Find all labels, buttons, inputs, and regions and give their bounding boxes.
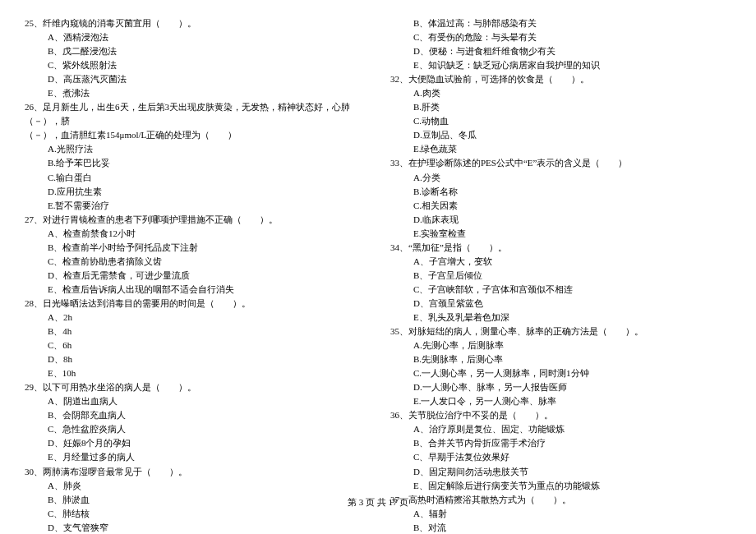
q26-opt-a: A.光照疗法 xyxy=(25,142,366,156)
q32-opt-b: B.肝类 xyxy=(390,100,731,114)
q35-stem: 35、对脉短绌的病人，测量心率、脉率的正确方法是（ ）。 xyxy=(390,325,731,338)
q36-opt-e: E、固定解除后进行病变关节为重点的功能锻炼 xyxy=(390,479,731,493)
q29-opt-a: A、阴道出血病人 xyxy=(25,394,366,408)
q29-opt-e: E、月经量过多的病人 xyxy=(25,450,366,464)
q31-opt-e: E、知识缺乏：缺乏冠心病居家自我护理的知识 xyxy=(390,58,731,72)
q35-opt-b: B.先测脉率，后测心率 xyxy=(390,352,731,366)
right-column: B、体温过高：与肺部感染有关 C、有受伤的危险：与头晕有关 D、便秘：与进食粗纤… xyxy=(378,16,731,485)
left-column: 25、纤维内窥镜的消毒灭菌宜用（ ）。 A、酒精浸泡法 B、戊二醛浸泡法 C、紫… xyxy=(25,16,378,485)
question-28: 28、日光曝晒法达到消毒目的需要用的时间是（ ）。 A、2h B、4h C、6h… xyxy=(25,297,366,380)
q27-opt-c: C、检查前协助患者摘除义齿 xyxy=(25,255,366,269)
q32-opt-c: C.动物血 xyxy=(390,114,731,128)
q26-opt-e: E.暂不需要治疗 xyxy=(25,199,366,213)
q35-opt-e: E.一人发口令，另一人测心率、脉率 xyxy=(390,394,731,408)
q37-stem: 37、高热时酒精擦浴其散热方式为（ ）。 xyxy=(390,493,731,507)
q30-opt-b: B、肺淤血 xyxy=(25,493,366,507)
q36-opt-b: B、合并关节内骨折应需手术治疗 xyxy=(390,436,731,450)
q36-opt-c: C、早期手法复位效果好 xyxy=(390,450,731,464)
q28-opt-b: B、4h xyxy=(25,325,366,338)
q34-opt-c: C、子宫峡部软，子宫体和宫颈似不相连 xyxy=(390,283,731,297)
q30-opt-c: C、肺结核 xyxy=(25,507,366,521)
q29-stem: 29、以下可用热水坐浴的病人是（ ）。 xyxy=(25,380,366,394)
q34-opt-a: A、子宫增大，变软 xyxy=(390,255,731,269)
q33-opt-a: A.分类 xyxy=(390,171,731,185)
q31-opt-b: B、体温过高：与肺部感染有关 xyxy=(390,16,731,30)
question-33: 33、在护理诊断陈述的PES公式中“E”表示的含义是（ ） A.分类 B.诊断名… xyxy=(390,156,731,240)
q34-opt-e: E、乳头及乳晕着色加深 xyxy=(390,311,731,325)
q25-stem: 25、纤维内窥镜的消毒灭菌宜用（ ）。 xyxy=(25,16,366,30)
question-37: 37、高热时酒精擦浴其散热方式为（ ）。 A、辐射 B、对流 C、蒸发 D、传导 xyxy=(390,493,731,534)
q28-opt-d: D、8h xyxy=(25,352,366,366)
q27-opt-d: D、检查后无需禁食，可进少量流质 xyxy=(25,269,366,283)
q30-stem: 30、两肺满布湿啰音最常见于（ ）。 xyxy=(25,465,366,479)
page-content: 25、纤维内窥镜的消毒灭菌宜用（ ）。 A、酒精浸泡法 B、戊二醛浸泡法 C、紫… xyxy=(0,0,756,493)
question-29: 29、以下可用热水坐浴的病人是（ ）。 A、阴道出血病人 B、会阴部充血病人 C… xyxy=(25,380,366,464)
q26-opt-c: C.输白蛋白 xyxy=(25,171,366,185)
q33-opt-e: E.实验室检查 xyxy=(390,227,731,241)
q35-opt-c: C.一人测心率，另一人测脉率，同时测1分钟 xyxy=(390,366,731,380)
q27-stem: 27、对进行胃镜检查的患者下列哪项护理措施不正确（ ）。 xyxy=(25,213,366,227)
q36-opt-d: D、固定期间勿活动患肢关节 xyxy=(390,465,731,479)
q33-stem: 33、在护理诊断陈述的PES公式中“E”表示的含义是（ ） xyxy=(390,156,731,170)
question-34: 34、“黑加征”是指（ ）。 A、子宫增大，变软 B、子宫呈后倾位 C、子宫峡部… xyxy=(390,241,731,325)
q26-stem: 26、足月新生儿，出生6天，生后第3天出现皮肤黄染，无发热，精神状态好，心肺（－… xyxy=(25,100,366,128)
question-30: 30、两肺满布湿啰音最常见于（ ）。 A、肺炎 B、肺淤血 C、肺结核 D、支气… xyxy=(25,465,366,535)
q34-opt-d: D、宫颈呈紫蓝色 xyxy=(390,297,731,311)
q27-opt-e: E、检查后告诉病人出现的咽部不适会自行消失 xyxy=(25,283,366,297)
q25-opt-b: B、戊二醛浸泡法 xyxy=(25,44,366,58)
q32-opt-d: D.豆制品、冬瓜 xyxy=(390,128,731,142)
q27-opt-b: B、检查前半小时给予阿托品皮下注射 xyxy=(25,241,366,255)
q32-opt-a: A.肉类 xyxy=(390,86,731,100)
q34-stem: 34、“黑加征”是指（ ）。 xyxy=(390,241,731,255)
q37-opt-a: A、辐射 xyxy=(390,507,731,521)
q28-stem: 28、日光曝晒法达到消毒目的需要用的时间是（ ）。 xyxy=(25,297,366,311)
q31-opt-c: C、有受伤的危险：与头晕有关 xyxy=(390,30,731,44)
question-35: 35、对脉短绌的病人，测量心率、脉率的正确方法是（ ）。 A.先测心率，后测脉率… xyxy=(390,325,731,408)
q25-opt-c: C、紫外线照射法 xyxy=(25,58,366,72)
q33-opt-d: D.临床表现 xyxy=(390,213,731,227)
question-36: 36、关节脱位治疗中不妥的是（ ）。 A、治疗原则是复位、固定、功能锻炼 B、合… xyxy=(390,408,731,492)
q32-stem: 32、大便隐血试验前，可选择的饮食是（ ）。 xyxy=(390,72,731,86)
q33-opt-c: C.相关因素 xyxy=(390,199,731,213)
q30-opt-a: A、肺炎 xyxy=(25,479,366,493)
q25-opt-d: D、高压蒸汽灭菌法 xyxy=(25,72,366,86)
q26-opt-d: D.应用抗生素 xyxy=(25,185,366,199)
q35-opt-d: D.一人测心率、脉率，另一人报告医师 xyxy=(390,380,731,394)
q29-opt-d: D、妊娠8个月的孕妇 xyxy=(25,436,366,450)
q25-opt-e: E、煮沸法 xyxy=(25,86,366,100)
q33-opt-b: B.诊断名称 xyxy=(390,185,731,199)
question-27: 27、对进行胃镜检查的患者下列哪项护理措施不正确（ ）。 A、检查前禁食12小时… xyxy=(25,213,366,297)
question-26: 26、足月新生儿，出生6天，生后第3天出现皮肤黄染，无发热，精神状态好，心肺（－… xyxy=(25,100,366,212)
question-32: 32、大便隐血试验前，可选择的饮食是（ ）。 A.肉类 B.肝类 C.动物血 D… xyxy=(390,72,731,156)
q29-opt-c: C、急性盆腔炎病人 xyxy=(25,422,366,436)
q27-opt-a: A、检查前禁食12小时 xyxy=(25,227,366,241)
q35-opt-a: A.先测心率，后测脉率 xyxy=(390,338,731,352)
q29-opt-b: B、会阴部充血病人 xyxy=(25,408,366,422)
q36-opt-a: A、治疗原则是复位、固定、功能锻炼 xyxy=(390,422,731,436)
q25-opt-a: A、酒精浸泡法 xyxy=(25,30,366,44)
q31-opt-d: D、便秘：与进食粗纤维食物少有关 xyxy=(390,44,731,58)
q26-opt-b: B.给予苯巴比妥 xyxy=(25,156,366,170)
q34-opt-b: B、子宫呈后倾位 xyxy=(390,269,731,283)
q28-opt-a: A、2h xyxy=(25,311,366,325)
q37-opt-b: B、对流 xyxy=(390,521,731,534)
question-31-cont: B、体温过高：与肺部感染有关 C、有受伤的危险：与头晕有关 D、便秘：与进食粗纤… xyxy=(390,16,731,72)
q26-stem2: （－），血清胆红素154μmol/L正确的处理为（ ） xyxy=(25,128,366,142)
question-25: 25、纤维内窥镜的消毒灭菌宜用（ ）。 A、酒精浸泡法 B、戊二醛浸泡法 C、紫… xyxy=(25,16,366,100)
q36-stem: 36、关节脱位治疗中不妥的是（ ）。 xyxy=(390,408,731,422)
q30-opt-d: D、支气管狭窄 xyxy=(25,521,366,534)
q32-opt-e: E.绿色蔬菜 xyxy=(390,142,731,156)
q28-opt-e: E、10h xyxy=(25,366,366,380)
q28-opt-c: C、6h xyxy=(25,338,366,352)
